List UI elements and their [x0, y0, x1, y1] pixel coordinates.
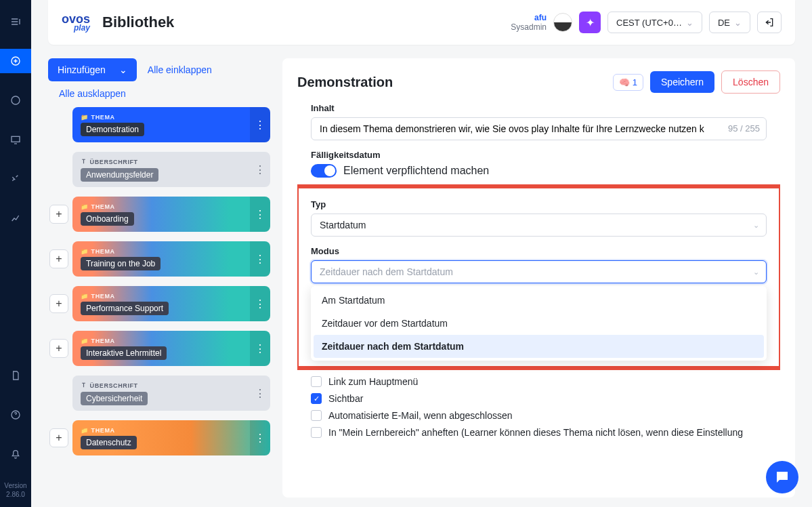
tree-item-menu[interactable]: ⋮	[250, 152, 270, 187]
content-input[interactable]	[311, 117, 767, 140]
tree-item-performance[interactable]: 📁THEMAPerformance Support ⋮	[72, 286, 270, 321]
timezone-select[interactable]: CEST (UTC+0… ⌄	[607, 12, 702, 33]
mandatory-text: Element verpflichtend machen	[343, 165, 489, 177]
tree-add-button[interactable]: +	[49, 249, 68, 268]
tree-add-button[interactable]: +	[49, 339, 68, 358]
page-title: Bibliothek	[102, 14, 174, 31]
panel-title: Demonstration	[297, 75, 606, 90]
tree-item-training[interactable]: 📁THEMATraining on the Job ⋮	[72, 241, 270, 277]
tree-item-menu[interactable]: ⋮	[250, 107, 270, 142]
mode-option[interactable]: Zeitdauer vor dem Startdatum	[314, 312, 764, 335]
tree-column: Hinzufügen Alle einklappen Alle ausklapp…	[48, 58, 270, 498]
tree-add-button[interactable]: +	[49, 294, 68, 313]
intercom-launcher[interactable]	[766, 461, 798, 493]
nav-item-help[interactable]	[0, 403, 31, 427]
type-select[interactable]: Startdatum⌄	[311, 214, 767, 237]
nav-item-menu[interactable]	[0, 9, 31, 34]
content-label: Inhalt	[311, 103, 767, 113]
brain-counter-badge[interactable]: 🧠1	[613, 74, 643, 91]
folder-icon: 📁	[81, 248, 89, 255]
char-counter: 95 / 255	[728, 123, 760, 134]
tree-item-menu[interactable]: ⋮	[250, 241, 270, 277]
chevron-down-icon: ⌄	[753, 268, 759, 277]
mandatory-toggle[interactable]	[311, 164, 337, 178]
folder-icon: 📁	[81, 203, 89, 210]
mode-dropdown: Am Startdatum Zeitdauer vor dem Startdat…	[311, 286, 767, 361]
user-block[interactable]: afu Sysadmin	[511, 13, 547, 32]
tree-item-anwendungsfelder[interactable]: ＴÜBERSCHRIFTAnwendungsfelder ⋮	[72, 152, 270, 187]
text-icon: Ｔ	[81, 381, 87, 390]
mode-option[interactable]: Am Startdatum	[314, 289, 764, 312]
visible-checkbox[interactable]: ✓	[311, 393, 322, 404]
folder-icon: 📁	[81, 338, 89, 344]
collapse-all-link[interactable]: Alle einklappen	[148, 64, 212, 75]
nav-item-notify[interactable]	[0, 442, 31, 466]
brain-icon: 🧠	[619, 77, 630, 87]
highlighted-region: Typ Startdatum⌄ Modus Zeitdauer nach dem…	[297, 184, 780, 370]
avatar[interactable]	[553, 13, 572, 32]
language-select[interactable]: DE ⌄	[709, 12, 750, 33]
tree-add-button[interactable]: +	[49, 205, 68, 224]
nav-item-add[interactable]	[0, 49, 31, 73]
tree-item-menu[interactable]: ⋮	[250, 420, 270, 455]
tree-item-cyber[interactable]: ＴÜBERSCHRIFTCybersicherheit ⋮	[72, 376, 270, 411]
mode-option[interactable]: Zeitdauer nach dem Startdatum	[314, 335, 764, 358]
mode-select[interactable]: Zeitdauer nach dem Startdatum⌄	[311, 260, 767, 283]
type-label: Typ	[311, 199, 767, 209]
tree-item-onboarding[interactable]: 📁THEMAOnboarding ⋮	[72, 197, 270, 232]
nav-item-analytics[interactable]	[0, 206, 31, 230]
app-header: ovosplay Bibliothek afu Sysadmin ✦ CEST …	[48, 0, 795, 45]
folder-icon: 📁	[81, 293, 89, 300]
tree-item-menu[interactable]: ⋮	[250, 331, 270, 366]
add-button[interactable]: Hinzufügen	[48, 58, 137, 81]
tree-item-demonstration[interactable]: 📁THEMADemonstration ⋮	[72, 107, 270, 142]
logout-button[interactable]	[757, 12, 782, 33]
due-label: Fälligkeitsdatum	[311, 150, 767, 160]
save-button[interactable]: Speichern	[650, 71, 714, 93]
folder-icon: 📁	[81, 114, 89, 121]
mode-label: Modus	[311, 246, 767, 256]
folder-icon: 📁	[81, 427, 89, 434]
ai-button[interactable]: ✦	[579, 12, 601, 33]
nav-item-present[interactable]	[0, 127, 31, 152]
svg-rect-2	[12, 136, 20, 142]
text-icon: Ｔ	[81, 157, 87, 166]
nav-rail: Version2.86.0	[0, 0, 31, 507]
menu-link-checkbox[interactable]	[311, 376, 322, 387]
edit-panel: Demonstration 🧠1 Speichern Löschen Inhal…	[282, 58, 795, 498]
tree-item-interaktive[interactable]: 📁THEMAInteraktive Lehrmittel ⋮	[72, 331, 270, 366]
delete-button[interactable]: Löschen	[721, 70, 780, 94]
brand-logo: ovosplay	[62, 14, 90, 32]
tree-item-menu[interactable]: ⋮	[250, 197, 270, 232]
svg-point-1	[12, 96, 20, 104]
visible-label: Sichtbar	[328, 393, 363, 404]
tree-item-menu[interactable]: ⋮	[250, 286, 270, 321]
tree-item-menu[interactable]: ⋮	[250, 376, 270, 411]
tree-add-button[interactable]: +	[49, 428, 68, 447]
auto-email-checkbox[interactable]	[311, 410, 322, 421]
tree-item-datenschutz[interactable]: 📁THEMADatenschutz ⋮	[72, 420, 270, 455]
nav-item-doc[interactable]	[0, 363, 31, 388]
version-label: Version2.86.0	[4, 481, 26, 507]
nav-item-chat[interactable]	[0, 88, 31, 113]
chevron-down-icon: ⌄	[753, 221, 759, 230]
pin-label: In "Mein Lernbereich" anheften (Learner …	[328, 427, 743, 438]
pin-checkbox[interactable]	[311, 427, 322, 438]
auto-email-label: Automatisierte E-Mail, wenn abgeschlosse…	[328, 410, 513, 421]
menu-link-label: Link zum Hauptmenü	[328, 376, 418, 387]
expand-all-link[interactable]: Alle ausklappen	[59, 88, 270, 99]
chevron-down-icon	[119, 64, 127, 75]
nav-item-settings[interactable]	[0, 167, 31, 191]
